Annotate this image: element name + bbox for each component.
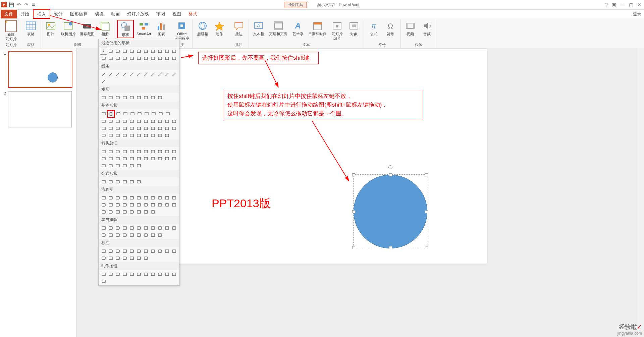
shape-item[interactable]	[170, 125, 177, 132]
shape-item[interactable]	[128, 71, 135, 78]
shape-item[interactable]	[149, 231, 156, 238]
tab-tuxing[interactable]: 图形运算	[66, 10, 91, 18]
shape-item[interactable]	[128, 148, 135, 155]
shape-item[interactable]	[156, 155, 163, 162]
shape-item[interactable]	[163, 48, 170, 55]
shape-item[interactable]	[128, 55, 135, 62]
shape-item[interactable]	[142, 194, 149, 201]
shape-item[interactable]	[107, 48, 114, 55]
shape-item[interactable]	[100, 132, 107, 139]
shape-item[interactable]	[135, 155, 142, 162]
shape-item[interactable]	[156, 125, 163, 132]
shape-item[interactable]	[128, 155, 135, 162]
shape-item[interactable]	[114, 231, 121, 238]
shape-item[interactable]	[107, 162, 114, 169]
shape-item[interactable]	[121, 155, 128, 162]
tab-file[interactable]: 文件	[1, 10, 17, 18]
shape-item[interactable]	[114, 271, 121, 278]
shape-item[interactable]	[163, 55, 170, 62]
shape-item[interactable]	[100, 271, 107, 278]
ribbon-options-icon[interactable]: ▣	[612, 2, 616, 7]
shape-item[interactable]	[135, 231, 142, 238]
shape-item[interactable]	[100, 278, 107, 285]
shape-item[interactable]	[121, 194, 128, 201]
shape-item[interactable]	[149, 132, 156, 139]
shape-item[interactable]	[114, 208, 121, 215]
shape-item[interactable]	[163, 155, 170, 162]
shape-item[interactable]	[100, 71, 107, 78]
shape-item[interactable]	[121, 132, 128, 139]
shape-item[interactable]	[135, 118, 142, 125]
shape-item[interactable]	[170, 194, 177, 201]
shape-item[interactable]	[149, 48, 156, 55]
shape-item[interactable]	[149, 201, 156, 208]
shape-item[interactable]	[142, 94, 149, 101]
shape-item[interactable]	[128, 208, 135, 215]
help-icon[interactable]: ?	[605, 2, 608, 7]
shape-item[interactable]	[142, 125, 149, 132]
shape-item[interactable]	[107, 194, 114, 201]
tab-review[interactable]: 审阅	[153, 10, 169, 18]
shape-item[interactable]	[142, 255, 149, 262]
shape-item[interactable]	[114, 55, 121, 62]
shape-item[interactable]	[100, 255, 107, 262]
photo-album-button[interactable]: 相册	[97, 20, 113, 37]
shape-item[interactable]	[135, 255, 142, 262]
shape-item[interactable]	[149, 194, 156, 201]
shape-item[interactable]	[149, 247, 156, 255]
resize-handle-n[interactable]	[389, 173, 392, 176]
shape-item[interactable]	[156, 55, 163, 62]
shape-item[interactable]	[107, 231, 114, 238]
shape-item[interactable]	[142, 148, 149, 155]
shape-item[interactable]	[135, 271, 142, 278]
shape-item[interactable]	[107, 55, 114, 62]
shape-item[interactable]	[164, 110, 171, 117]
shape-item[interactable]	[163, 247, 170, 255]
shape-item[interactable]	[121, 55, 128, 62]
shape-item[interactable]	[170, 148, 177, 155]
shape-item[interactable]	[100, 208, 107, 215]
shape-item[interactable]	[114, 162, 121, 169]
undo-icon[interactable]: ↶	[16, 2, 21, 7]
shape-item[interactable]	[149, 148, 156, 155]
shape-item[interactable]	[142, 208, 149, 215]
shape-item[interactable]	[121, 162, 128, 169]
restore-icon[interactable]: ▢	[629, 2, 633, 7]
shape-item[interactable]	[100, 78, 107, 85]
shape-item[interactable]	[100, 148, 107, 155]
hyperlink-button[interactable]: 超链接	[195, 20, 210, 37]
shape-item[interactable]	[121, 48, 128, 55]
shape-item[interactable]	[156, 201, 163, 208]
date-time-button[interactable]: 日期和时间	[307, 20, 328, 37]
tab-design[interactable]: 设计	[50, 10, 66, 18]
shape-item[interactable]	[149, 271, 156, 278]
shape-item[interactable]	[107, 201, 114, 208]
shape-item[interactable]	[163, 194, 170, 201]
shape-item[interactable]	[170, 71, 177, 78]
save-icon[interactable]: 💾	[9, 2, 14, 7]
shape-item[interactable]	[114, 224, 121, 231]
shape-item[interactable]	[107, 118, 114, 125]
resize-handle-nw[interactable]	[352, 173, 355, 176]
shape-item[interactable]	[128, 178, 135, 185]
shape-item[interactable]	[107, 178, 114, 185]
rotate-handle[interactable]	[388, 165, 392, 169]
shape-item[interactable]	[100, 194, 107, 201]
shape-item[interactable]	[156, 132, 163, 139]
minimize-icon[interactable]: —	[620, 2, 625, 7]
shape-item[interactable]	[163, 271, 170, 278]
shape-item[interactable]	[114, 132, 121, 139]
selection-box[interactable]	[353, 174, 427, 248]
shape-item[interactable]	[128, 48, 135, 55]
shape-item[interactable]	[114, 201, 121, 208]
shape-item[interactable]	[156, 148, 163, 155]
pictures-button[interactable]: 图片	[43, 20, 58, 37]
shape-item[interactable]	[128, 132, 135, 139]
shape-item[interactable]	[170, 224, 177, 231]
shape-item[interactable]	[121, 271, 128, 278]
shape-item[interactable]	[149, 94, 156, 101]
shape-item[interactable]	[156, 194, 163, 201]
shape-item[interactable]	[149, 55, 156, 62]
shape-item[interactable]	[135, 148, 142, 155]
shape-item[interactable]	[163, 71, 170, 78]
